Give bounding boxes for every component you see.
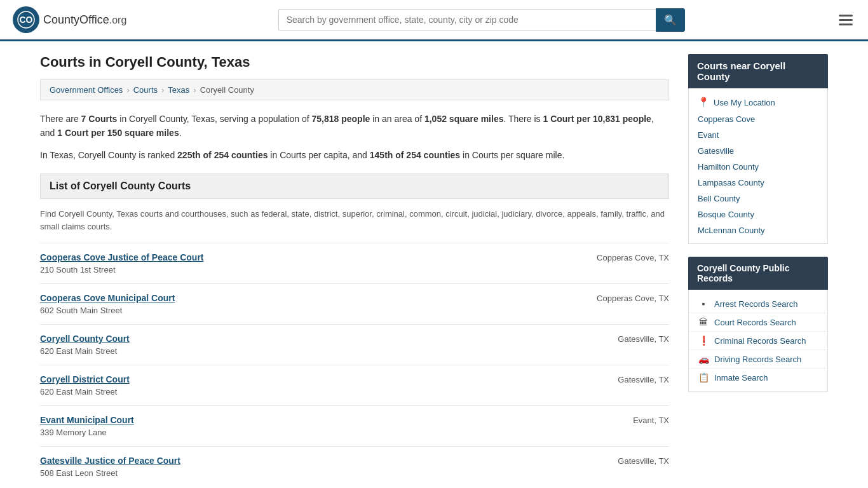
rank-capita: 225th of 254 counties — [177, 150, 268, 160]
breadcrumb: Government Offices › Courts › Texas › Co… — [40, 79, 669, 100]
nearby-item[interactable]: Evant — [689, 127, 827, 143]
record-link[interactable]: Driving Records Search — [714, 355, 801, 364]
search-icon: 🔍 — [664, 15, 677, 25]
court-name[interactable]: Coryell County Court — [40, 334, 130, 344]
record-link[interactable]: Inmate Search — [714, 373, 768, 383]
section-header: List of Coryell County Courts — [40, 173, 669, 199]
record-link[interactable]: Criminal Records Search — [714, 336, 806, 346]
logo-icon: CO — [13, 6, 39, 33]
logo-name: CountyOffice — [43, 13, 109, 26]
breadcrumb-courts[interactable]: Courts — [133, 85, 158, 95]
record-item[interactable]: ❗Criminal Records Search — [689, 332, 827, 350]
sidebar: Courts near Coryell County 📍Use My Locat… — [688, 54, 828, 487]
logo-suffix: .org — [109, 15, 127, 25]
nearby-link[interactable]: Bell County — [698, 194, 740, 203]
court-entry: Cooperas Cove Justice of Peace Court Cop… — [40, 243, 669, 283]
court-name[interactable]: Cooperas Cove Justice of Peace Court — [40, 252, 204, 262]
nearby-link[interactable]: McLennan County — [698, 226, 765, 235]
record-item[interactable]: 📋Inmate Search — [689, 369, 827, 386]
nearby-link[interactable]: Copperas Cove — [698, 114, 755, 124]
record-icon: ▪ — [698, 299, 709, 309]
court-location: Evant, TX — [633, 416, 669, 425]
search-input[interactable] — [278, 9, 656, 30]
court-entry: Coryell County Court Gatesville, TX 620 … — [40, 324, 669, 365]
nearby-block: 📍Use My LocationCopperas CoveEvantGatesv… — [688, 88, 828, 244]
nearby-item[interactable]: McLennan County — [689, 222, 827, 238]
nearby-item[interactable]: Bell County — [689, 191, 827, 207]
site-header: CO CountyOffice.org 🔍 — [0, 0, 868, 41]
nearby-item[interactable]: Bosque County — [689, 207, 827, 222]
search-button[interactable]: 🔍 — [656, 8, 685, 32]
court-location: Gatesville, TX — [618, 375, 669, 384]
record-item[interactable]: ▪Arrest Records Search — [689, 295, 827, 313]
rank-sqmile: 145th of 254 counties — [370, 150, 460, 160]
court-location: Copperas Cove, TX — [597, 253, 669, 262]
record-icon: ❗ — [698, 336, 709, 346]
menu-bar-3 — [839, 24, 853, 25]
search-area: 🔍 — [278, 8, 685, 32]
svg-text:CO: CO — [20, 15, 33, 25]
records-block: ▪Arrest Records Search🏛Court Records Sea… — [688, 290, 828, 392]
record-icon: 🚗 — [698, 354, 709, 364]
per-people: 1 Court per 10,831 people — [543, 114, 651, 124]
nearby-item[interactable]: 📍Use My Location — [689, 93, 827, 111]
nearby-item[interactable]: Gatesville — [689, 143, 827, 159]
breadcrumb-sep-3: › — [193, 85, 196, 95]
record-icon: 🏛 — [698, 317, 709, 327]
menu-button[interactable] — [836, 12, 855, 28]
court-name[interactable]: Evant Municipal Court — [40, 415, 134, 425]
nearby-item[interactable]: Lampasas County — [689, 175, 827, 191]
record-item[interactable]: 🏛Court Records Search — [689, 313, 827, 332]
per-sqmile: 1 Court per 150 square miles — [57, 128, 179, 138]
court-address: 620 East Main Street — [40, 346, 669, 356]
nearby-link[interactable]: Hamilton County — [698, 162, 759, 172]
page-title: Courts in Coryell County, Texas — [40, 54, 669, 71]
court-location: Gatesville, TX — [618, 456, 669, 466]
pin-icon: 📍 — [698, 97, 710, 108]
court-row: Coryell District Court Gatesville, TX — [40, 374, 669, 384]
nearby-link[interactable]: Bosque County — [698, 210, 754, 219]
court-row: Cooperas Cove Municipal Court Copperas C… — [40, 293, 669, 303]
court-name[interactable]: Coryell District Court — [40, 374, 130, 384]
court-row: Evant Municipal Court Evant, TX — [40, 415, 669, 425]
court-entry: Gatesville Justice of Peace Court Gatesv… — [40, 446, 669, 487]
breadcrumb-sep-1: › — [126, 85, 129, 95]
courts-count: 7 Courts — [81, 114, 118, 124]
court-name[interactable]: Cooperas Cove Municipal Court — [40, 293, 175, 303]
nearby-link[interactable]: Lampasas County — [698, 178, 764, 187]
court-address: 339 Memory Lane — [40, 428, 669, 437]
record-link[interactable]: Arrest Records Search — [714, 299, 798, 309]
breadcrumb-texas[interactable]: Texas — [168, 85, 189, 95]
breadcrumb-gov[interactable]: Government Offices — [50, 85, 123, 95]
nearby-link[interactable]: Evant — [698, 130, 719, 140]
nearby-item[interactable]: Copperas Cove — [689, 111, 827, 127]
court-address: 508 East Leon Street — [40, 468, 669, 478]
menu-bar-2 — [839, 19, 853, 21]
records-list: ▪Arrest Records Search🏛Court Records Sea… — [689, 290, 827, 391]
list-description: Find Coryell County, Texas courts and co… — [40, 208, 669, 233]
court-row: Coryell County Court Gatesville, TX — [40, 334, 669, 344]
description-1: There are 7 Courts in Coryell County, Te… — [40, 112, 669, 140]
breadcrumb-sep-2: › — [161, 85, 164, 95]
record-link[interactable]: Court Records Search — [714, 318, 796, 327]
area: 1,052 square miles — [424, 114, 504, 124]
court-address: 620 East Main Street — [40, 387, 669, 396]
records-title: Coryell County Public Records — [688, 257, 828, 290]
court-location: Gatesville, TX — [618, 334, 669, 344]
court-entry: Coryell District Court Gatesville, TX 62… — [40, 365, 669, 405]
court-row: Cooperas Cove Justice of Peace Court Cop… — [40, 252, 669, 262]
nearby-link[interactable]: Gatesville — [698, 146, 734, 156]
record-item[interactable]: 🚗Driving Records Search — [689, 350, 827, 369]
main-container: Courts in Coryell County, Texas Governme… — [21, 41, 847, 488]
court-name[interactable]: Gatesville Justice of Peace Court — [40, 456, 180, 466]
logo-text: CountyOffice.org — [43, 13, 126, 27]
breadcrumb-current: Coryell County — [200, 85, 254, 95]
nearby-item[interactable]: Hamilton County — [689, 159, 827, 175]
court-location: Copperas Cove, TX — [597, 294, 669, 303]
section-title: List of Coryell County Courts — [50, 180, 191, 191]
court-address: 210 South 1st Street — [40, 265, 669, 274]
court-row: Gatesville Justice of Peace Court Gatesv… — [40, 456, 669, 466]
nearby-list: 📍Use My LocationCopperas CoveEvantGatesv… — [689, 88, 827, 243]
use-location-link[interactable]: Use My Location — [714, 98, 775, 107]
population: 75,818 people — [311, 114, 370, 124]
